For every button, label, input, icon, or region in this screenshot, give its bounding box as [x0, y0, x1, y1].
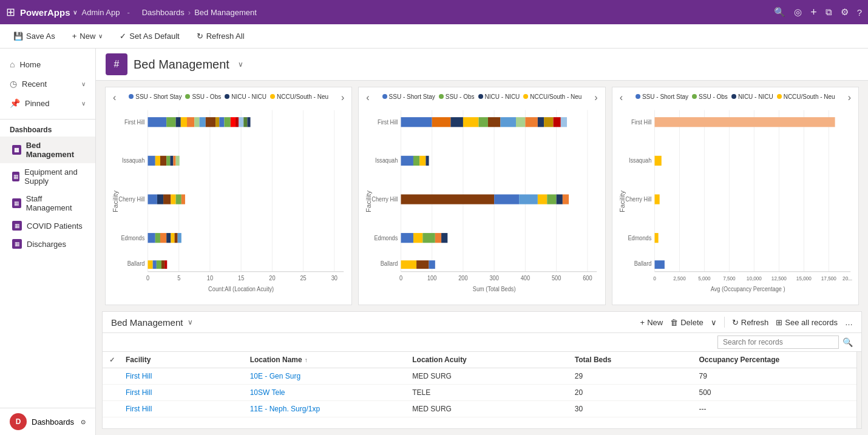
equipment-icon: ▦	[12, 172, 19, 181]
pin-icon: 📌	[10, 98, 20, 108]
svg-rect-34	[163, 194, 171, 204]
equipment-supply-label: Equipment and Supply	[24, 167, 86, 186]
svg-rect-87	[420, 156, 426, 166]
sidebar-bottom-chevron-icon: ⊙	[81, 419, 86, 425]
svg-text:Edmonds: Edmonds	[628, 234, 651, 241]
help-icon[interactable]: ?	[857, 7, 862, 18]
table-new-label: New	[647, 318, 663, 327]
table-title-chevron-icon[interactable]: ∨	[188, 318, 193, 326]
sidebar-item-staff-management[interactable]: ▦ Staff Management	[0, 190, 95, 217]
row1-check[interactable]	[103, 373, 121, 380]
search-icon[interactable]: 🔍	[774, 7, 785, 18]
sidebar-item-covid[interactable]: ▦ COVID Patients	[0, 217, 95, 235]
sidebar-item-discharges[interactable]: ▦ Discharges	[0, 235, 95, 253]
discharges-label: Discharges	[27, 240, 66, 249]
svg-rect-47	[157, 260, 161, 269]
waffle-menu-icon[interactable]: ⊞	[6, 5, 15, 19]
powerapps-text: PowerApps	[20, 7, 70, 18]
svg-rect-32	[147, 194, 157, 204]
activity-icon[interactable]: ◎	[794, 7, 802, 18]
breadcrumb-bed-management: Bed Management	[194, 8, 257, 17]
page-title: Bed Management	[134, 58, 229, 72]
chart3-prev-icon[interactable]: ‹	[617, 92, 625, 103]
sidebar-bottom-item[interactable]: D Dashboards ⊙	[0, 408, 95, 435]
new-button[interactable]: + New ∨	[69, 29, 107, 43]
sidebar-item-equipment-supply[interactable]: ▦ Equipment and Supply	[0, 163, 95, 190]
grid-icon: ⊞	[776, 318, 782, 327]
svg-rect-48	[161, 260, 164, 269]
sidebar-item-pinned[interactable]: 📌 Pinned ∨	[0, 93, 95, 113]
row2-acuity: TELE	[407, 385, 570, 400]
svg-text:Issaquah: Issaquah	[629, 157, 651, 164]
chart1-prev-icon[interactable]: ‹	[110, 92, 118, 103]
facility-column-header[interactable]: Facility	[121, 352, 245, 368]
svg-rect-37	[181, 194, 185, 204]
svg-rect-96	[401, 233, 413, 243]
beds-column-header[interactable]: Total Beds	[570, 352, 694, 368]
filter-icon[interactable]: ⧉	[826, 7, 832, 18]
sidebar-item-recent[interactable]: ◷ Recent ∨	[0, 74, 95, 93]
chart2-prev-icon[interactable]: ‹	[364, 92, 371, 103]
svg-rect-99	[435, 233, 441, 243]
table-area: Bed Management ∨ + New 🗑 Delete ∨	[102, 311, 862, 429]
svg-rect-43	[175, 233, 178, 243]
table-ellipsis-button[interactable]: …	[845, 318, 853, 327]
sidebar: ⌂ Home ◷ Recent ∨ 📌 Pinned ∨ Dashboards …	[0, 49, 96, 435]
svg-text:Ballard: Ballard	[127, 260, 145, 268]
chart2-next-icon[interactable]: ›	[592, 92, 600, 103]
add-icon[interactable]: +	[810, 6, 817, 19]
sidebar-bottom-label: Dashboards	[32, 417, 74, 427]
row3-facility: First Hill	[121, 401, 245, 417]
location-column-header[interactable]: Location Name ↑	[245, 352, 408, 368]
save-as-button[interactable]: 💾 Save As	[10, 29, 59, 43]
sidebar-item-bed-management[interactable]: ▦ Bed Management	[0, 137, 95, 163]
table-refresh-button[interactable]: ↻ Refresh	[732, 318, 769, 327]
scrollbar[interactable]	[856, 352, 861, 428]
see-all-records-button[interactable]: ⊞ See all records	[776, 318, 838, 327]
svg-text:500: 500	[552, 274, 561, 282]
search-input[interactable]	[717, 336, 839, 349]
search-row: 🔍	[103, 333, 861, 352]
svg-text:Cherry Hill: Cherry Hill	[625, 195, 651, 203]
row3-location: 11E - Neph. Surg/1xp	[245, 401, 408, 417]
table-new-button[interactable]: + New	[640, 318, 663, 327]
occupancy-column-header[interactable]: Occupancy Percentage	[694, 352, 856, 368]
column-headers: ✓ Facility Location Name ↑ Location Acui…	[103, 352, 856, 368]
svg-text:5,000: 5,000	[698, 275, 711, 282]
svg-rect-102	[416, 260, 429, 269]
sidebar-item-home[interactable]: ⌂ Home	[0, 55, 95, 74]
row3-check[interactable]	[103, 405, 121, 413]
table-more-button[interactable]: ∨	[711, 318, 717, 327]
svg-rect-73	[432, 117, 451, 127]
svg-text:First Hill: First Hill	[631, 118, 651, 126]
covid-label: COVID Patients	[27, 221, 83, 231]
svg-rect-94	[557, 194, 563, 204]
table-delete-button[interactable]: 🗑 Delete	[670, 318, 704, 327]
svg-text:100: 100	[427, 274, 437, 282]
breadcrumb-dashboards[interactable]: Dashboards	[142, 8, 185, 17]
chart1-next-icon[interactable]: ›	[339, 92, 347, 103]
refresh-label: Refresh All	[206, 32, 245, 41]
row1-facility: First Hill	[121, 368, 245, 384]
search-magnify-icon[interactable]: 🔍	[843, 337, 853, 347]
bed-management-icon: ▦	[12, 145, 21, 155]
page-title-chevron-icon[interactable]: ∨	[238, 60, 243, 69]
row3-beds: 30	[570, 401, 694, 417]
acuity-column-header[interactable]: Location Acuity	[407, 352, 570, 368]
row2-location: 10SW Tele	[245, 385, 408, 400]
settings-icon[interactable]: ⚙	[841, 7, 849, 18]
svg-rect-77	[488, 117, 500, 127]
row2-occupancy: 500	[694, 385, 856, 400]
refresh-button[interactable]: ↻ Refresh All	[193, 29, 248, 43]
chart3-next-icon[interactable]: ›	[846, 92, 853, 103]
svg-text:Sum (Total Beds): Sum (Total Beds)	[473, 286, 516, 293]
svg-rect-76	[479, 117, 488, 127]
new-icon: +	[72, 32, 77, 41]
svg-text:0: 0	[146, 274, 150, 282]
set-default-button[interactable]: ✓ Set As Default	[116, 29, 183, 43]
svg-rect-29	[170, 156, 173, 166]
powerapps-logo[interactable]: PowerApps ∨	[20, 7, 77, 18]
row2-check[interactable]	[103, 389, 121, 396]
app-name: Admin App	[82, 8, 120, 17]
svg-text:2,500: 2,500	[673, 275, 686, 282]
